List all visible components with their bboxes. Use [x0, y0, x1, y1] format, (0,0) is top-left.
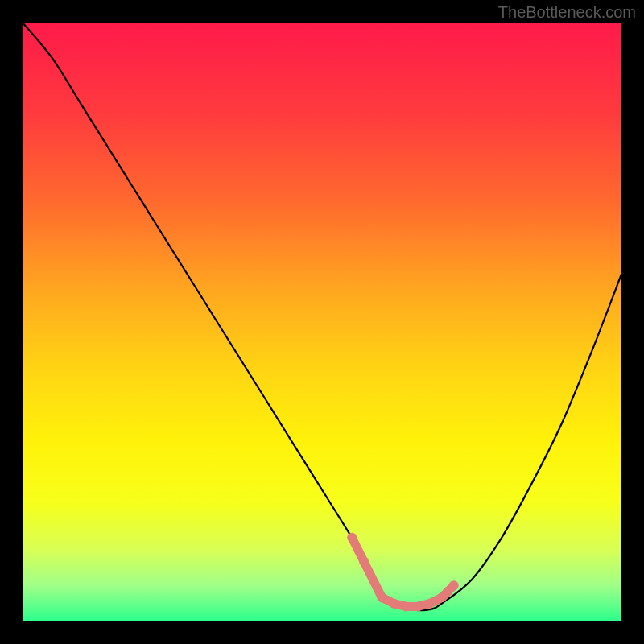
marker-dot: [401, 601, 411, 611]
chart-plot-area: [23, 23, 621, 621]
marker-dot: [389, 599, 398, 609]
marker-dot: [377, 592, 386, 602]
marker-dot: [425, 599, 435, 609]
marker-dot: [413, 601, 423, 611]
chart-background: [23, 23, 621, 621]
marker-dot: [449, 580, 459, 590]
chart-svg: [23, 23, 621, 621]
watermark-text: TheBottleneck.com: [498, 3, 636, 22]
marker-dot: [359, 557, 369, 567]
marker-dot: [347, 533, 357, 543]
